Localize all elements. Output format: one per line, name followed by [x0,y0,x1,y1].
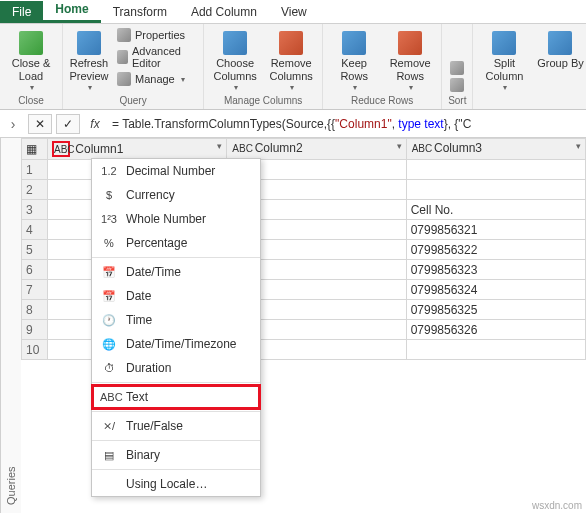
column3-type-button[interactable]: ABC [411,141,429,157]
keep-rows-button[interactable]: Keep Rows▾ [329,27,379,93]
cell-c3[interactable] [406,180,585,200]
properties-button[interactable]: Properties [115,27,197,43]
group-sort-label: Sort [448,93,466,109]
sort-desc-icon [450,78,464,92]
remove-rows-button[interactable]: Remove Rows▾ [385,27,435,93]
menu-tabs: File Home Transform Add Column View [0,0,586,24]
fx-icon: fx [82,117,108,131]
choose-columns-button[interactable]: Choose Columns▾ [210,27,260,93]
data-grid: ▦ ABC Column1 ▾ ABC Column2 ▾ ABC Column… [21,138,586,513]
type-option-icon: ⏱ [100,362,118,374]
type-option-icon: 1²3 [100,213,118,225]
column1-type-button[interactable]: ABC [52,141,70,157]
type-option-label: Percentage [126,236,187,250]
sort-desc-button[interactable] [448,77,466,93]
properties-icon [117,28,131,42]
fx-cancel-button[interactable]: ✕ [28,114,52,134]
row-number[interactable]: 9 [22,320,48,340]
cell-c3[interactable]: Cell No. [406,200,585,220]
sort-asc-button[interactable] [448,60,466,76]
type-option-icon: 📅 [100,290,118,303]
queries-panel-toggle[interactable]: Queries [0,138,21,513]
row-number[interactable]: 6 [22,260,48,280]
type-option-label: Currency [126,188,175,202]
tab-home[interactable]: Home [43,0,100,23]
column2-type-button[interactable]: ABC [231,141,249,157]
refresh-icon [77,31,101,55]
cell-c3[interactable]: 0799856326 [406,320,585,340]
type-option-label: Binary [126,448,160,462]
group-by-button[interactable]: Group By [535,27,585,70]
column3-filter-button[interactable]: ▾ [576,141,581,151]
cell-c3[interactable] [406,160,585,180]
row-number[interactable]: 8 [22,300,48,320]
type-option-label: Whole Number [126,212,206,226]
refresh-preview-button[interactable]: Refresh Preview▾ [69,27,109,93]
editor-icon [117,50,128,64]
type-option-whole-number[interactable]: 1²3Whole Number [92,207,260,231]
type-option-text[interactable]: ABCText [92,385,260,409]
formula-input[interactable]: = Table.TransformColumnTypes(Source,{{"C… [108,117,586,131]
type-option-label: Using Locale… [126,477,207,491]
type-option-percentage[interactable]: %Percentage [92,231,260,255]
cell-c3[interactable]: 0799856321 [406,220,585,240]
split-column-button[interactable]: Split Column▾ [479,27,529,93]
type-option-time[interactable]: 🕐Time [92,308,260,332]
choose-columns-icon [223,31,247,55]
sort-asc-icon [450,61,464,75]
row-number[interactable]: 10 [22,340,48,360]
close-load-icon [19,31,43,55]
tab-transform[interactable]: Transform [101,1,179,23]
ribbon: Close & Load▾ Close Refresh Preview▾ Pro… [0,24,586,110]
type-option-binary[interactable]: ▤Binary [92,443,260,467]
watermark: wsxdn.com [532,500,582,511]
column-header-3[interactable]: ABC Column3 ▾ [406,139,585,160]
cell-c3[interactable]: 0799856325 [406,300,585,320]
fx-commit-button[interactable]: ✓ [56,114,80,134]
type-option-duration[interactable]: ⏱Duration [92,356,260,380]
row-number[interactable]: 3 [22,200,48,220]
cell-c3[interactable]: 0799856323 [406,260,585,280]
type-option-decimal-number[interactable]: 1.2Decimal Number [92,159,260,183]
row-number[interactable]: 1 [22,160,48,180]
type-option-true-false[interactable]: ⨯/True/False [92,414,260,438]
group-reduce-rows-label: Reduce Rows [351,93,413,109]
cell-c3[interactable] [406,340,585,360]
row-number[interactable]: 7 [22,280,48,300]
type-option-icon: ⨯/ [100,420,118,433]
column3-name: Column3 [434,141,482,155]
advanced-editor-button[interactable]: Advanced Editor [115,44,197,70]
tab-add-column[interactable]: Add Column [179,1,269,23]
type-option-currency[interactable]: $Currency [92,183,260,207]
row-number[interactable]: 2 [22,180,48,200]
close-load-button[interactable]: Close & Load▾ [6,27,56,93]
column2-filter-button[interactable]: ▾ [397,141,402,151]
manage-icon [117,72,131,86]
cell-c3[interactable]: 0799856324 [406,280,585,300]
type-option-date-time-timezone[interactable]: 🌐Date/Time/Timezone [92,332,260,356]
column-header-1[interactable]: ABC Column1 ▾ [48,139,227,160]
column1-name: Column1 [75,142,123,156]
type-option-label: Text [126,390,148,404]
expand-nav-button[interactable]: › [0,116,26,132]
row-number[interactable]: 4 [22,220,48,240]
type-option-icon: 📅 [100,266,118,279]
type-option-icon: 🌐 [100,338,118,351]
column-header-2[interactable]: ABC Column2 ▾ [227,139,406,160]
type-option-using-locale-[interactable]: Using Locale… [92,472,260,496]
cell-c3[interactable]: 0799856322 [406,240,585,260]
type-option-label: Date/Time [126,265,181,279]
tab-view[interactable]: View [269,1,319,23]
tab-file[interactable]: File [0,1,43,23]
type-option-label: Date [126,289,151,303]
remove-columns-button[interactable]: Remove Columns▾ [266,27,316,93]
type-option-icon: 1.2 [100,165,118,177]
manage-button[interactable]: Manage▾ [115,71,197,87]
row-number[interactable]: 5 [22,240,48,260]
column1-filter-button[interactable]: ▾ [217,141,222,151]
group-by-icon [548,31,572,55]
type-option-date[interactable]: 📅Date [92,284,260,308]
type-option-icon: % [100,237,118,249]
type-option-date-time[interactable]: 📅Date/Time [92,260,260,284]
select-all-corner[interactable]: ▦ [22,139,48,160]
